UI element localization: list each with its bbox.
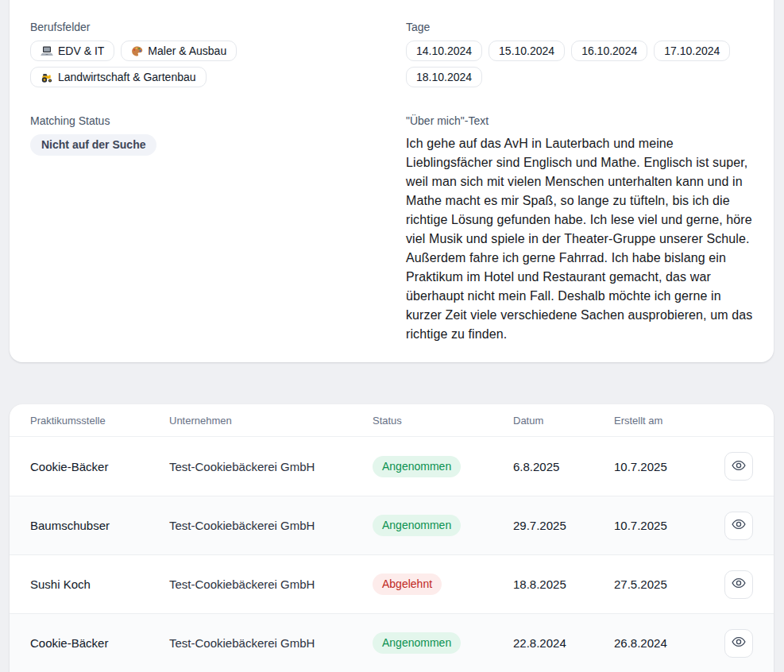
about-section: "Über mich"-Text Ich gehe auf das AvH in… bbox=[406, 113, 753, 344]
cell-erstellt-am: 26.8.2024 bbox=[614, 636, 705, 650]
matching-status-section: Matching Status Nicht auf der Suche bbox=[30, 113, 377, 156]
cell-status: Angenommen bbox=[373, 456, 513, 477]
status-badge: Abgelehnt bbox=[373, 574, 442, 595]
cell-unternehmen: Test-Cookiebäckerei GmbH bbox=[169, 577, 373, 591]
laptop-icon bbox=[41, 45, 53, 57]
berufsfeld-chip-label: Landwirtschaft & Gartenbau bbox=[58, 71, 196, 83]
cell-unternehmen: Test-Cookiebäckerei GmbH bbox=[169, 519, 373, 532]
table-row: Sushi Koch Test-Cookiebäckerei GmbH Abge… bbox=[10, 554, 774, 613]
profile-right-column: Tage 14.10.2024 15.10.2024 16.10.2024 17… bbox=[406, 19, 753, 344]
cell-erstellt-am: 10.7.2025 bbox=[614, 460, 705, 473]
cell-unternehmen: Test-Cookiebäckerei GmbH bbox=[169, 636, 373, 650]
eye-icon bbox=[731, 458, 747, 476]
tag-chip: 16.10.2024 bbox=[571, 41, 647, 61]
tag-chip: 18.10.2024 bbox=[406, 67, 482, 87]
tractor-icon bbox=[41, 71, 53, 83]
table-row: Cookie-Bäcker Test-Cookiebäckerei GmbH A… bbox=[10, 437, 774, 496]
column-header-praktikumsstelle: Praktikumsstelle bbox=[30, 415, 169, 427]
tag-chip: 17.10.2024 bbox=[654, 41, 730, 61]
about-label: "Über mich"-Text bbox=[406, 113, 753, 129]
column-header-unternehmen: Unternehmen bbox=[169, 415, 373, 427]
applications-table: Praktikumsstelle Unternehmen Status Datu… bbox=[10, 404, 774, 672]
cell-praktikumsstelle: Cookie-Bäcker bbox=[30, 636, 169, 650]
cell-actions bbox=[705, 512, 753, 540]
cell-actions bbox=[705, 629, 753, 658]
view-details-button[interactable] bbox=[724, 629, 753, 658]
eye-icon bbox=[731, 634, 747, 652]
table-row: Baumschubser Test-Cookiebäckerei GmbH An… bbox=[10, 496, 774, 554]
berufsfeld-chip-edv-it: EDV & IT bbox=[30, 41, 114, 61]
berufsfelder-label: Berufsfelder bbox=[30, 19, 377, 35]
cell-erstellt-am: 10.7.2025 bbox=[614, 519, 705, 532]
berufsfeld-chip-maler-ausbau: Maler & Ausbau bbox=[121, 41, 237, 61]
page: Berufsfelder EDV & IT bbox=[0, 0, 784, 672]
profile-card: Berufsfelder EDV & IT bbox=[10, 0, 774, 362]
tag-chip: 14.10.2024 bbox=[406, 41, 482, 61]
berufsfelder-chips: EDV & IT bbox=[30, 41, 377, 87]
status-badge: Angenommen bbox=[373, 515, 461, 536]
status-badge: Angenommen bbox=[373, 632, 461, 654]
cell-status: Abgelehnt bbox=[373, 574, 513, 595]
tage-chips: 14.10.2024 15.10.2024 16.10.2024 17.10.2… bbox=[406, 41, 753, 87]
status-badge: Angenommen bbox=[373, 456, 461, 477]
tage-label: Tage bbox=[406, 19, 753, 35]
cell-datum: 18.8.2025 bbox=[513, 577, 614, 591]
cell-praktikumsstelle: Sushi Koch bbox=[30, 577, 169, 591]
cell-datum: 29.7.2025 bbox=[513, 519, 614, 532]
cell-datum: 22.8.2024 bbox=[513, 636, 614, 650]
berufsfeld-chip-landwirtschaft: Landwirtschaft & Gartenbau bbox=[30, 67, 207, 87]
column-header-status: Status bbox=[373, 415, 513, 427]
about-text: Ich gehe auf das AvH in Lauterbach und m… bbox=[406, 134, 753, 344]
berufsfelder-section: Berufsfelder EDV & IT bbox=[30, 19, 377, 87]
matching-status-badge: Nicht auf der Suche bbox=[30, 134, 156, 156]
matching-status-label: Matching Status bbox=[30, 113, 377, 129]
eye-icon bbox=[731, 575, 747, 593]
table-header-row: Praktikumsstelle Unternehmen Status Datu… bbox=[10, 404, 774, 437]
cell-praktikumsstelle: Baumschubser bbox=[30, 519, 169, 532]
table-row: Cookie-Bäcker Test-Cookiebäckerei GmbH A… bbox=[10, 613, 774, 672]
palette-icon bbox=[131, 45, 143, 57]
view-details-button[interactable] bbox=[724, 452, 753, 481]
eye-icon bbox=[731, 516, 747, 535]
view-details-button[interactable] bbox=[724, 512, 753, 540]
cell-praktikumsstelle: Cookie-Bäcker bbox=[30, 460, 169, 473]
cell-datum: 6.8.2025 bbox=[513, 460, 614, 473]
cell-status: Angenommen bbox=[373, 515, 513, 536]
berufsfeld-chip-label: EDV & IT bbox=[58, 44, 104, 57]
column-header-erstellt-am: Erstellt am bbox=[614, 415, 705, 427]
tage-section: Tage 14.10.2024 15.10.2024 16.10.2024 17… bbox=[406, 19, 753, 87]
cell-unternehmen: Test-Cookiebäckerei GmbH bbox=[169, 460, 373, 473]
profile-left-column: Berufsfelder EDV & IT bbox=[30, 19, 377, 344]
tag-chip: 15.10.2024 bbox=[489, 41, 565, 61]
berufsfeld-chip-label: Maler & Ausbau bbox=[148, 44, 226, 57]
cell-actions bbox=[705, 452, 753, 481]
cell-erstellt-am: 27.5.2025 bbox=[614, 577, 705, 591]
cell-actions bbox=[705, 570, 753, 599]
column-header-datum: Datum bbox=[513, 415, 614, 427]
cell-status: Angenommen bbox=[373, 632, 513, 654]
view-details-button[interactable] bbox=[724, 570, 753, 599]
